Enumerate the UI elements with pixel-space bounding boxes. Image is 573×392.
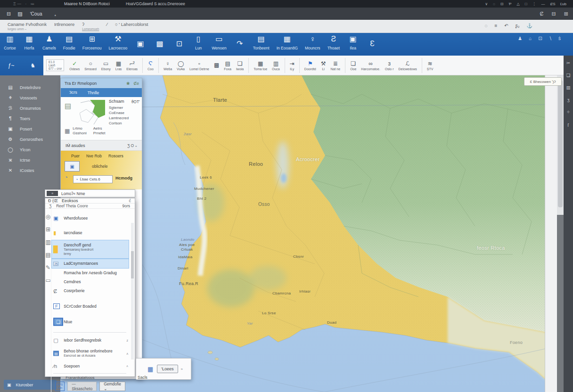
toc-tab-1[interactable]: Ɜcrs [69,90,77,95]
more-icon[interactable]: » [181,367,183,371]
toolbar-button[interactable]: ▩ [214,62,219,69]
menubar-icon[interactable]: ʂ₂ [516,23,520,28]
ribbon-right-icon[interactable]: ⌂ [529,36,532,41]
titlebar-icon[interactable]: Ƥ [508,2,511,6]
dropdown-subheader[interactable]: Ʒ Reef Theta Coore 9ors [45,204,135,209]
map-overlay-button[interactable]: Ɛ Bhecowen ʹ)ʔ [524,77,562,86]
yellow-menu-item[interactable]: Nve Rob [86,154,102,158]
layer-combo[interactable]: ◔ Ĺbae Cets.6 [73,175,113,183]
dropdown-scrollbar[interactable] [131,223,134,359]
sidebar-item-toers[interactable]: ¶Toers [0,114,60,123]
ribbon-tab[interactable]: ▣ [134,39,147,50]
appbar-icon[interactable]: Ȼ [540,11,544,17]
primary-button[interactable]: Gemdofie ⌄ [99,382,125,391]
sidebar-item-posert[interactable]: ▣Posert [0,124,60,134]
gutter-icon[interactable]: ⊞ [46,226,50,233]
toolbar-button[interactable]: ✓Odews [69,60,80,71]
dock-tab-icon[interactable]: ❏ [566,73,571,78]
plant-icon[interactable]: ❀ [126,81,130,86]
scrollbar-thumb[interactable] [558,80,563,207]
ribbon-tab[interactable]: ▤Tonbeent [253,34,270,50]
titlebar-icon[interactable]: ∨ [485,2,488,6]
toolbar-button[interactable]: ≣Nat ne [331,60,341,71]
secondary-button[interactable]: —Sksascheto [67,382,97,391]
name-strip[interactable]: ≡ Lomoʔ« Nme [45,189,135,197]
sidebar-item-dretelrdsre[interactable]: ▤Dretelrdsre [0,82,60,92]
toolbar-blue-icon[interactable]: ♞ [30,62,35,69]
menubar-icon[interactable]: ≡ [494,23,497,28]
toolbar-button[interactable]: ⚑Doordtd [304,60,316,71]
toc-tool-props[interactable]: Aetrs Prnefet [93,126,106,136]
toolbar-button[interactable]: ϚCoo [147,60,154,71]
menubar-icon[interactable]: ⚓ [527,23,532,28]
toc-section-header[interactable]: IḾ asudes Ʒ O ₊ [61,140,142,151]
toolbar-button[interactable]: ⚒Li [321,60,326,71]
dropdown-item[interactable]: Romacha bnr Aeseob Gradug [51,269,129,278]
gutter-icon[interactable]: ▥ [45,239,50,245]
toolbar-button[interactable]: ∞Harcornatoe. [361,60,380,71]
dropdown-item[interactable]: ▉Darechoff gendTamsarseq tsvedrcrtbrmy [51,240,129,259]
toc-tool-print[interactable]: ▦ Lrtmo Gsshoni [65,126,87,136]
ribbon-right-icon[interactable]: ṡ [558,36,561,41]
toolbar-button[interactable]: ɜOslo r [385,60,394,71]
ribbon-tab[interactable]: ▦Herfa [23,34,35,50]
dropdown-item[interactable]: FSCrCoder Boaded [51,299,129,313]
window-icon[interactable]: ⊟ [7,11,11,17]
toolbar-button[interactable]: ⌐²Eleroas [126,60,138,71]
image-icon[interactable]: ▨ [17,11,22,17]
table-icon[interactable]: ▦ [147,366,153,373]
titlebar-icon[interactable]: ⊡ [500,2,504,6]
dropdown-scroll-thumb[interactable] [131,251,134,278]
dropdown-item[interactable]: ∕nSoepoen˄ [51,361,129,371]
dock-tab-icon[interactable]: ʒ [567,97,569,102]
toolbar-scale-box[interactable]: E1.0Laoñ677 – cror [46,59,64,71]
ribbon-tab[interactable]: ▩ [154,39,166,50]
dropdown-header[interactable]: Ð (Œ Eeoksos ć [45,198,135,204]
yellow-list-item[interactable]: ▣ oblichele [65,161,108,172]
toolbar-button[interactable]: ♀We6a [164,60,172,71]
toolbar-button[interactable]: ≋ȘTV [427,60,434,71]
menu-item[interactable]: Caname FvhothonkIurgeo umm – [8,22,47,31]
dropdown-item[interactable]: ▤Behoo bhorae onforineboreEancrod ae ot … [51,346,129,361]
ribbon-tab[interactable]: ♟Camels [42,34,56,50]
toolbar-button[interactable]: ℒDelcwedows [399,60,417,71]
map-vertical-scrollbar[interactable] [557,75,564,392]
titlebar-icon[interactable]: ◌ [493,2,495,6]
gutter-icon[interactable]: ✎ [46,264,50,271]
ribbon-tab[interactable]: ↷ [234,39,246,50]
dropdown-item[interactable]: ❏Ntue [51,313,129,330]
ribbon-tab[interactable]: ⊡ [173,39,185,50]
sidebar-item-gersrosthes[interactable]: ⚙Gersrosthes [0,134,60,144]
ribbon-tab[interactable]: ▭Wenoen [212,34,227,50]
menu-item[interactable]: Irtlrenoere [54,22,74,31]
toolbar-button[interactable]: ▥Ouca [272,60,280,71]
toolbar-button[interactable]: ○Smsoed [84,60,97,71]
yellow-menu-item[interactable]: Puer [71,154,80,158]
gutter-icon[interactable]: ▭ [45,277,50,284]
sidebar-item-onsurretos[interactable]: ℬOnsurretos [0,103,60,113]
ribbon-right-icon[interactable]: ♟ [518,36,522,41]
ribbon-tab[interactable]: ▯Lun [192,34,205,50]
ribbon-tab[interactable]: ▣Ilea [347,34,359,50]
toolbar-button[interactable]: ❏Ooe [350,60,356,71]
dropdown-item[interactable]: 25LadCsymsmtanoes [51,259,129,269]
ribbon-right-icon[interactable]: ⊡ [538,36,542,41]
ribbon-tab[interactable]: ▥Cortoe [4,34,16,50]
toolbar-button[interactable]: ▫Lomel Detrne [189,60,209,71]
ribbon-right-icon[interactable]: ∖ [549,36,552,41]
compass-icon[interactable]: ◔ [65,174,68,180]
titlebar-icon[interactable]: ȻS [550,2,556,6]
toolbar-button[interactable]: ◯VuAa [177,60,185,71]
dropdown-item[interactable]: Cemdnes [51,278,129,286]
ribbon-tab[interactable]: ▦In Eooan8G [277,34,298,50]
sidebar-item-ictrse[interactable]: жIctrse [0,155,60,165]
gutter-icon[interactable]: ▤ [45,252,50,258]
dock-tab-icon[interactable]: ▥ [566,85,571,90]
toolbar-button[interactable]: ▦Lras [115,60,122,71]
popup-button[interactable]: ʹLoees [157,365,178,373]
ribbon-tab[interactable]: Ɛ [366,39,378,50]
menu-item[interactable]: ʔLomeomoeh [82,22,99,31]
titlebar-icon[interactable]: — [541,2,545,6]
dropdown-item[interactable]: ▣Wherdofuoee [51,211,129,226]
ribbon-tab[interactable]: ♀Mouncrs [305,34,320,50]
